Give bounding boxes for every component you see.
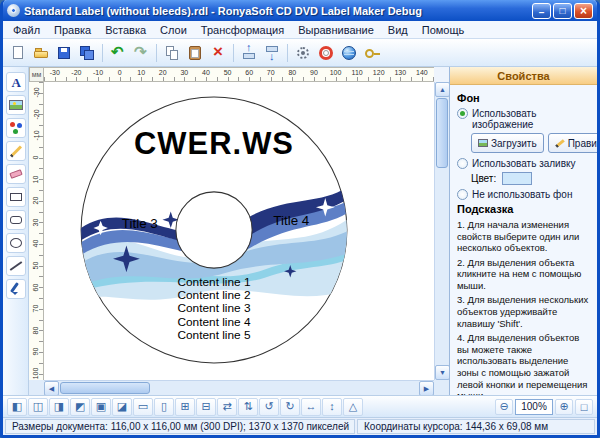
pen-tool-icon[interactable] bbox=[6, 279, 26, 299]
rotate-right-icon[interactable]: ↻ bbox=[280, 398, 300, 416]
ruler-label: 40 bbox=[195, 68, 217, 81]
paste-button[interactable] bbox=[184, 42, 206, 64]
radio-icon[interactable] bbox=[457, 158, 468, 169]
copy-button[interactable] bbox=[161, 42, 183, 64]
new-document-button[interactable] bbox=[7, 42, 29, 64]
align-right-icon[interactable]: ◨ bbox=[49, 398, 69, 416]
same-size-icon[interactable]: ⊞ bbox=[175, 398, 195, 416]
label-title4[interactable]: Title 4 bbox=[273, 213, 309, 228]
rotate-left-icon[interactable]: ↺ bbox=[259, 398, 279, 416]
vertical-scrollbar[interactable]: ▲ ▼ bbox=[434, 82, 449, 380]
line-tool-icon[interactable] bbox=[6, 256, 26, 276]
ruler-label: 20 bbox=[152, 68, 174, 81]
align-bottom-icon[interactable]: ◪ bbox=[112, 398, 132, 416]
menu-help[interactable]: Помощь bbox=[415, 22, 472, 38]
open-button[interactable] bbox=[30, 42, 52, 64]
scroll-down-icon[interactable]: ▼ bbox=[435, 365, 450, 380]
text-tool-icon[interactable] bbox=[6, 72, 26, 92]
content-line[interactable]: Content line 5 bbox=[178, 328, 251, 342]
settings-button[interactable] bbox=[292, 42, 314, 64]
flip-vertical-icon[interactable]: ↕ bbox=[322, 398, 342, 416]
same-width-icon[interactable]: ▭ bbox=[133, 398, 153, 416]
load-image-button[interactable]: Загрузить bbox=[471, 133, 544, 153]
ruler-label: 30 bbox=[32, 218, 39, 226]
align-top-icon[interactable]: ◩ bbox=[70, 398, 90, 416]
align-center-h-icon[interactable]: ◫ bbox=[28, 398, 48, 416]
document-canvas[interactable]: CWER.WS Title 3 Title 4 Content line 1 C… bbox=[44, 82, 434, 380]
background-section-title: Фон bbox=[457, 92, 590, 104]
label-title3[interactable]: Title 3 bbox=[122, 216, 158, 231]
license-button[interactable] bbox=[361, 42, 383, 64]
shape-icon[interactable]: △ bbox=[343, 398, 363, 416]
space-evenly-v-icon[interactable]: ⇅ bbox=[238, 398, 258, 416]
menu-view[interactable]: Вид bbox=[381, 22, 415, 38]
scroll-track[interactable] bbox=[151, 381, 419, 395]
center-page-icon[interactable]: ⊟ bbox=[196, 398, 216, 416]
radio-icon[interactable] bbox=[457, 189, 468, 200]
align-left-icon[interactable]: ◧ bbox=[7, 398, 27, 416]
zoom-level[interactable]: 100% bbox=[515, 399, 553, 415]
align-middle-icon[interactable]: ▣ bbox=[91, 398, 111, 416]
menu-align[interactable]: Выравнивание bbox=[291, 22, 381, 38]
redo-button[interactable] bbox=[130, 42, 152, 64]
menu-layers[interactable]: Слои bbox=[153, 22, 194, 38]
radio-icon[interactable] bbox=[457, 108, 468, 119]
disc-hole bbox=[176, 192, 252, 268]
image-tool-icon[interactable] bbox=[6, 95, 26, 115]
pencil-tool-icon[interactable] bbox=[6, 141, 26, 161]
close-button[interactable] bbox=[574, 3, 593, 19]
option-use-image[interactable]: Использовать изображение bbox=[457, 108, 590, 130]
help-button[interactable] bbox=[315, 42, 337, 64]
ruler-label: 100 bbox=[33, 368, 40, 380]
scroll-right-icon[interactable]: ▶ bbox=[419, 381, 434, 396]
save-all-button[interactable] bbox=[76, 42, 98, 64]
menu-insert[interactable]: Вставка bbox=[98, 22, 153, 38]
cd-label: CWER.WS Title 3 Title 4 Content line 1 C… bbox=[78, 94, 350, 366]
website-button[interactable] bbox=[338, 42, 360, 64]
layer-down-button[interactable] bbox=[261, 42, 283, 64]
zoom-out-icon[interactable] bbox=[495, 399, 513, 415]
option-label: Использовать заливку bbox=[472, 158, 576, 169]
fill-color-swatch[interactable] bbox=[502, 172, 532, 185]
option-label: Использовать изображение bbox=[472, 108, 590, 130]
new-document-icon bbox=[9, 44, 27, 62]
scroll-thumb[interactable] bbox=[60, 382, 150, 394]
content-line[interactable]: Content line 4 bbox=[178, 315, 251, 329]
vertical-ruler: -30-20-100102030405060708090100110120 bbox=[29, 82, 44, 380]
title-bar[interactable]: Standard Label (without bleeds).rdl - Ro… bbox=[3, 0, 597, 21]
flip-horizontal-icon[interactable]: ↔ bbox=[301, 398, 321, 416]
content-line[interactable]: Content line 1 bbox=[178, 275, 251, 289]
layer-up-button[interactable] bbox=[238, 42, 260, 64]
edit-image-button[interactable]: Править bbox=[548, 133, 597, 153]
content-line[interactable]: Content line 3 bbox=[178, 301, 251, 315]
scroll-up-icon[interactable]: ▲ bbox=[435, 82, 450, 97]
undo-button[interactable] bbox=[107, 42, 129, 64]
label-main-title[interactable]: CWER.WS bbox=[134, 126, 294, 161]
menu-edit[interactable]: Правка bbox=[47, 22, 98, 38]
scroll-thumb[interactable] bbox=[436, 98, 448, 168]
delete-button[interactable] bbox=[207, 42, 229, 64]
zoom-in-icon[interactable] bbox=[555, 399, 573, 415]
rectangle-tool-icon[interactable] bbox=[6, 187, 26, 207]
app-window: Standard Label (without bleeds).rdl - Ro… bbox=[0, 0, 600, 438]
content-line[interactable]: Content line 2 bbox=[178, 288, 251, 302]
scroll-track[interactable] bbox=[435, 169, 449, 365]
rounded-rectangle-tool-icon[interactable] bbox=[6, 210, 26, 230]
redo-icon bbox=[132, 44, 150, 62]
option-use-fill[interactable]: Использовать заливку bbox=[457, 158, 590, 169]
space-evenly-h-icon[interactable]: ⇄ bbox=[217, 398, 237, 416]
menu-transform[interactable]: Трансформация bbox=[194, 22, 291, 38]
option-no-background[interactable]: Не использовать фон bbox=[457, 189, 590, 200]
maximize-button[interactable] bbox=[553, 3, 572, 19]
horizontal-scrollbar[interactable]: ◀ ▶ bbox=[44, 380, 434, 395]
minimize-button[interactable] bbox=[532, 3, 551, 19]
zoom-fit-icon[interactable] bbox=[575, 399, 593, 415]
palette-tool-icon[interactable] bbox=[6, 118, 26, 138]
menu-file[interactable]: Файл bbox=[6, 22, 47, 38]
scroll-left-icon[interactable]: ◀ bbox=[44, 381, 59, 396]
eraser-tool-icon[interactable] bbox=[6, 164, 26, 184]
same-height-icon[interactable]: ▯ bbox=[154, 398, 174, 416]
save-button[interactable] bbox=[53, 42, 75, 64]
lifebuoy-icon bbox=[317, 44, 335, 62]
ellipse-tool-icon[interactable] bbox=[6, 233, 26, 253]
